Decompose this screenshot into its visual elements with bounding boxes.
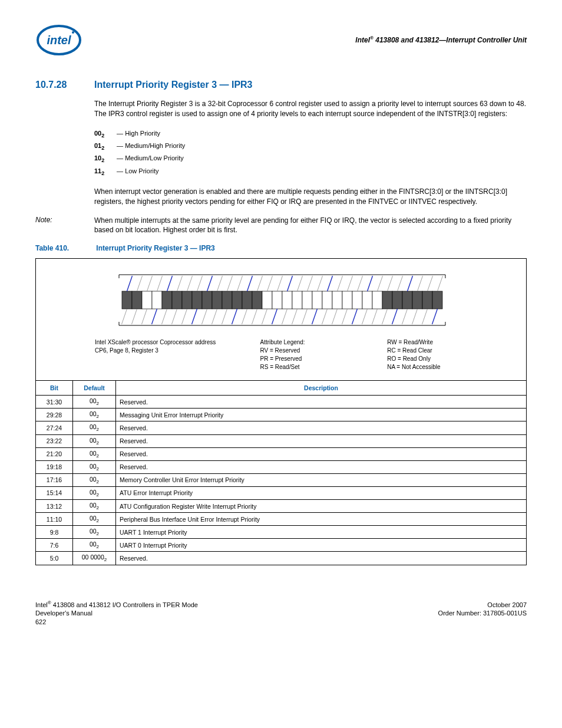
svg-line-7	[137, 276, 143, 291]
svg-rect-90	[412, 291, 422, 309]
svg-rect-30	[212, 291, 222, 309]
svg-line-20	[172, 309, 177, 324]
svg-rect-78	[372, 291, 382, 309]
intel-logo: intel	[35, 24, 82, 56]
section-para-2: When interrupt vector generation is enab…	[94, 187, 527, 207]
svg-line-22	[187, 276, 193, 291]
svg-rect-63	[322, 291, 332, 309]
coproc-addr-line2: CP6, Page 8, Register 3	[95, 347, 260, 355]
svg-line-17	[162, 309, 167, 324]
priority-list: 002 — High Priority 012 — Medium/High Pr…	[94, 128, 527, 179]
svg-line-11	[142, 309, 147, 324]
svg-rect-87	[402, 291, 412, 309]
priority-item: 112 — Low Priority	[94, 166, 527, 178]
svg-line-44	[252, 309, 257, 324]
footer-right: October 2007 Order Number: 317805-001US	[438, 601, 527, 627]
svg-line-13	[157, 276, 163, 291]
svg-rect-3	[122, 291, 132, 309]
table-row: 27:24002Reserved.	[36, 421, 527, 434]
svg-rect-69	[342, 291, 352, 309]
section-number: 10.7.28	[35, 80, 94, 90]
th-bit: Bit	[36, 381, 73, 396]
svg-rect-93	[422, 291, 432, 309]
svg-line-14	[152, 309, 157, 324]
svg-line-31	[217, 276, 223, 291]
table-title: Interrupt Priority Register 3 — IPR3	[96, 244, 214, 252]
svg-line-38	[232, 309, 237, 324]
svg-rect-75	[362, 291, 372, 309]
coproc-addr-line1: Intel XScale® processor Coprocessor addr…	[95, 338, 260, 347]
svg-line-40	[247, 276, 253, 291]
svg-text:intel: intel	[47, 34, 71, 47]
page-header: intel Intel® 413808 and 413812—Interrupt…	[35, 24, 527, 56]
svg-line-35	[222, 309, 227, 324]
svg-line-68	[332, 309, 338, 324]
svg-line-83	[382, 309, 388, 324]
svg-line-4	[127, 276, 133, 291]
svg-line-67	[338, 276, 343, 291]
svg-rect-45	[262, 291, 272, 309]
svg-rect-54	[292, 291, 302, 309]
header-doc-title: Intel® 413808 and 413812—Interrupt Contr…	[355, 35, 527, 44]
svg-line-23	[182, 309, 187, 324]
svg-rect-81	[382, 291, 392, 309]
svg-line-29	[202, 309, 207, 324]
note-label: Note:	[35, 216, 94, 236]
note-block: Note: When multiple interrupts at the sa…	[35, 216, 527, 236]
legend-item: RO = Read Only	[387, 355, 514, 363]
svg-rect-84	[392, 291, 402, 309]
svg-line-61	[318, 276, 323, 291]
svg-line-53	[282, 309, 287, 324]
svg-line-76	[368, 276, 373, 291]
priority-item: 102 — Medium/Low Priority	[94, 153, 527, 165]
bit-table: Bit Default Description 31:30002Reserved…	[35, 381, 527, 565]
table-row: 29:28002Messaging Unit Error Interrupt P…	[36, 409, 527, 421]
svg-line-89	[402, 309, 408, 324]
legend-item: RS = Read/Set	[260, 363, 387, 371]
table-row: 7:6002UART 0 Interrupt Priority	[36, 539, 527, 552]
priority-item: 012 — Medium/High Priority	[94, 140, 527, 153]
legend-title: Attribute Legend:	[260, 338, 387, 347]
bit-diagram-icon	[98, 268, 464, 332]
table-row: 17:16002Memory Controller Unit Error Int…	[36, 473, 527, 486]
svg-line-28	[207, 276, 213, 291]
svg-line-52	[287, 276, 293, 291]
svg-line-19	[177, 276, 183, 291]
diagram-legend: Intel XScale® processor Coprocessor addr…	[95, 338, 514, 371]
legend-item: RW = Read/Write	[387, 338, 514, 347]
svg-line-73	[358, 276, 363, 291]
svg-line-41	[242, 309, 247, 324]
svg-line-91	[418, 276, 423, 291]
svg-line-94	[428, 276, 433, 291]
svg-rect-96	[432, 291, 442, 309]
note-text: When multiple interrupts at the same pri…	[94, 216, 527, 236]
svg-line-58	[308, 276, 313, 291]
svg-line-5	[122, 309, 127, 324]
svg-line-88	[408, 276, 413, 291]
section-header: 10.7.28 Interrupt Priority Register 3 — …	[35, 80, 527, 90]
svg-rect-15	[162, 291, 172, 309]
legend-item: RV = Reserved	[260, 347, 387, 355]
table-row: 19:18002Reserved.	[36, 460, 527, 473]
svg-point-2	[72, 31, 74, 34]
svg-rect-48	[272, 291, 282, 309]
svg-rect-57	[302, 291, 312, 309]
svg-rect-24	[192, 291, 202, 309]
svg-rect-18	[172, 291, 182, 309]
table-caption: Table 410. Interrupt Priority Register 3…	[35, 244, 527, 252]
table-row: 15:14002ATU Error Interrupt Priority	[36, 486, 527, 499]
legend-item: PR = Preserved	[260, 355, 387, 363]
svg-line-47	[262, 309, 267, 324]
svg-rect-51	[282, 291, 292, 309]
svg-line-34	[227, 276, 233, 291]
svg-rect-72	[352, 291, 362, 309]
svg-line-46	[267, 276, 273, 291]
section-para-1: The Interrupt Priority Register 3 is a 3…	[94, 99, 527, 119]
svg-line-77	[362, 309, 368, 324]
table-row: 11:10002Peripheral Bus Interface Unit Er…	[36, 513, 527, 526]
svg-line-95	[422, 309, 428, 324]
svg-line-43	[257, 276, 263, 291]
svg-line-80	[372, 309, 378, 324]
svg-rect-39	[242, 291, 252, 309]
page-footer: Intel® 413808 and 413812 I/O Controllers…	[35, 601, 527, 627]
